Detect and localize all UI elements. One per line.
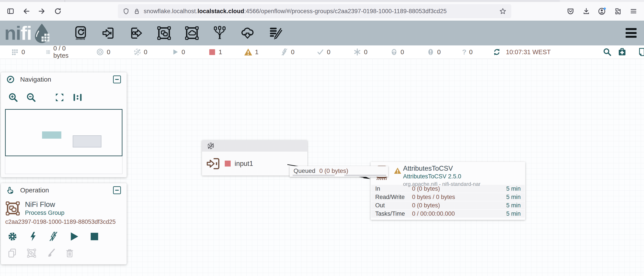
add-input-port-button[interactable] bbox=[101, 26, 116, 40]
queue-size-percent-bar bbox=[344, 175, 386, 176]
browser-toolbar: snowflake.localhost.localstack.cloud:456… bbox=[0, 2, 644, 21]
navigation-panel-header: Navigation bbox=[1, 72, 126, 86]
back-button[interactable] bbox=[20, 5, 32, 17]
group-button[interactable] bbox=[27, 248, 36, 258]
forward-button[interactable] bbox=[36, 5, 48, 17]
collapse-navigation-button[interactable] bbox=[113, 75, 121, 83]
selected-component-name: NiFi Flow bbox=[25, 200, 64, 209]
no-transmission-icon bbox=[207, 142, 215, 150]
active-threads-icon bbox=[11, 48, 19, 56]
process-group-brown-icon bbox=[5, 201, 20, 216]
reload-icon bbox=[54, 7, 62, 15]
back-arrow-icon bbox=[22, 7, 30, 15]
locally-modified-count: 0 bbox=[364, 49, 367, 56]
processor-titles: AttributesToCSV AttributesToCSV 2.5.0 or… bbox=[403, 165, 480, 187]
collapse-operation-button[interactable] bbox=[113, 186, 121, 194]
downloads-button[interactable] bbox=[580, 5, 592, 17]
sidebar-toggle-button[interactable] bbox=[4, 5, 17, 17]
minus-icon bbox=[115, 190, 119, 191]
tabstrip-right-segment bbox=[560, 0, 644, 2]
copy-button[interactable] bbox=[8, 248, 17, 258]
start-button[interactable] bbox=[69, 231, 79, 241]
global-menu-button[interactable] bbox=[626, 28, 636, 38]
add-process-group-button[interactable] bbox=[157, 26, 171, 40]
enable-button[interactable] bbox=[28, 231, 38, 241]
pocket-button[interactable] bbox=[564, 5, 576, 17]
running-count: 0 bbox=[182, 49, 185, 56]
active-threads-count: 0 bbox=[22, 49, 25, 56]
label-icon bbox=[268, 26, 282, 40]
stop-button[interactable] bbox=[90, 231, 98, 241]
zoom-out-button[interactable] bbox=[26, 93, 36, 102]
url-path: :4566/openflow/#/process-groups/c2aa2397… bbox=[244, 8, 447, 15]
zoom-in-button[interactable] bbox=[8, 93, 18, 102]
add-template-button[interactable] bbox=[240, 26, 255, 40]
url-bar[interactable]: snowflake.localhost.localstack.cloud:456… bbox=[118, 4, 511, 18]
flow-canvas[interactable]: Navigation bbox=[0, 59, 644, 276]
stopped-state-icon bbox=[225, 161, 231, 167]
lock-icon bbox=[134, 8, 140, 15]
status-not-transmitting: 0 bbox=[134, 48, 148, 56]
nifi-drop-logo-icon bbox=[32, 23, 51, 43]
account-button[interactable] bbox=[596, 5, 608, 17]
menu-bar bbox=[626, 36, 636, 38]
add-processor-button[interactable] bbox=[74, 26, 88, 40]
operation-panel-header: Operation bbox=[1, 183, 126, 197]
birdseye-minimap[interactable] bbox=[5, 109, 122, 174]
add-label-button[interactable] bbox=[268, 26, 282, 40]
browser-menu-button[interactable] bbox=[627, 5, 640, 17]
processor-bundle: org.apache.nifi - nifi-standard-nar bbox=[403, 181, 480, 187]
running-icon bbox=[171, 48, 179, 56]
flow-analysis-button[interactable] bbox=[618, 48, 626, 56]
stat-period: 5 min bbox=[506, 210, 521, 217]
bulletin-board-button[interactable] bbox=[638, 48, 644, 56]
zoom-actual-size-button[interactable] bbox=[73, 93, 82, 102]
compass-icon bbox=[6, 75, 14, 83]
output-port-icon bbox=[129, 26, 144, 40]
nifi-logo: nifi bbox=[4, 23, 51, 43]
disable-button[interactable] bbox=[49, 231, 58, 241]
component-toolbar bbox=[74, 21, 282, 45]
processor-header: AttributesToCSV AttributesToCSV 2.5.0 or… bbox=[371, 162, 525, 185]
stale-count: 0 bbox=[401, 49, 404, 56]
transmitting-count: 0 bbox=[107, 49, 110, 56]
search-button[interactable] bbox=[603, 48, 612, 56]
configure-button[interactable] bbox=[8, 231, 18, 241]
browser-tabstrip bbox=[0, 0, 644, 2]
nifi-logo-ni: ni bbox=[4, 24, 20, 43]
document-icon bbox=[638, 48, 644, 56]
input-port-icon bbox=[206, 158, 220, 170]
add-funnel-button[interactable] bbox=[212, 26, 227, 40]
processor-component[interactable]: AttributesToCSV AttributesToCSV 2.5.0 or… bbox=[371, 162, 525, 220]
queued-icon bbox=[46, 48, 50, 56]
cloud-download-icon bbox=[240, 26, 255, 40]
status-refresh[interactable]: 10:07:31 WEST bbox=[493, 48, 551, 56]
stat-row-read-write: Read/Write 0 bytes / 0 bytes 5 min bbox=[371, 193, 524, 201]
menu-bar bbox=[626, 32, 636, 34]
invalid-count: 1 bbox=[255, 49, 258, 56]
status-sync-failure: ? 0 bbox=[462, 49, 473, 56]
delete-button[interactable] bbox=[65, 248, 74, 258]
extensions-button[interactable] bbox=[612, 5, 624, 17]
bookmark-star-icon[interactable] bbox=[499, 8, 506, 15]
tab-divider bbox=[64, 0, 65, 2]
add-remote-process-group-button[interactable] bbox=[185, 26, 199, 40]
add-output-port-button[interactable] bbox=[129, 26, 144, 40]
not-transmitting-count: 0 bbox=[144, 49, 148, 56]
minimap-viewport[interactable] bbox=[5, 109, 122, 156]
navigation-panel: Navigation bbox=[1, 72, 126, 177]
selected-component-texts: NiFi Flow Process Group bbox=[25, 200, 64, 216]
stale-up-arrow-icon bbox=[390, 48, 398, 56]
zoom-fit-button[interactable] bbox=[55, 93, 64, 102]
remote-process-group-icon bbox=[185, 26, 199, 40]
disabled-count: 0 bbox=[291, 49, 294, 56]
sync-failure-question-icon: ? bbox=[462, 49, 466, 56]
connection-label[interactable]: Queued 0 (0 bytes) bbox=[290, 166, 388, 177]
status-transmitting: 0 bbox=[96, 48, 110, 56]
reload-button[interactable] bbox=[52, 5, 64, 17]
operation-panel-title: Operation bbox=[20, 187, 49, 194]
funnel-icon bbox=[212, 26, 227, 40]
up-to-date-check-icon bbox=[316, 48, 324, 56]
color-button[interactable] bbox=[46, 248, 56, 258]
hand-pointer-icon bbox=[6, 186, 14, 194]
